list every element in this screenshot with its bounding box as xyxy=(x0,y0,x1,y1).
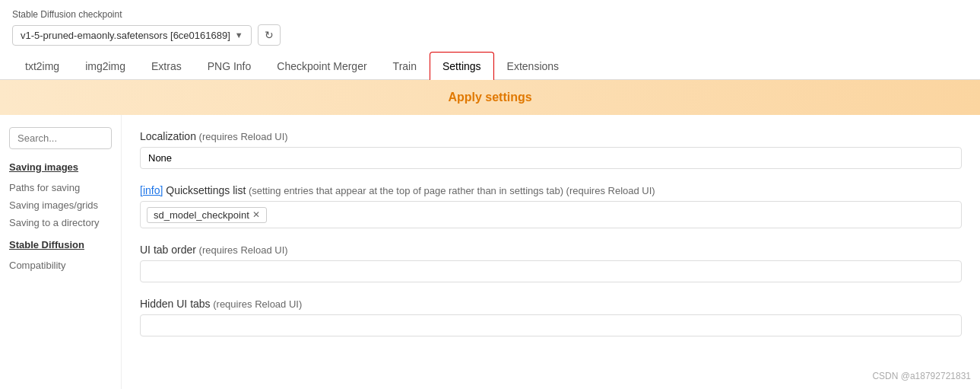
tab-extensions[interactable]: Extensions xyxy=(494,52,572,80)
tab-settings[interactable]: Settings xyxy=(430,52,494,80)
setting-hidden-ui-tabs: Hidden UI tabs (requires Reload UI) xyxy=(140,298,962,336)
sidebar-item-saving-images-grids[interactable]: Saving images/grids xyxy=(9,196,112,214)
main-content: Saving images Paths for saving Saving im… xyxy=(0,115,980,389)
tab-txt2img[interactable]: txt2img xyxy=(12,52,72,80)
quicksettings-label: [info] Quicksettings list (setting entri… xyxy=(140,184,962,196)
watermark: CSDN @a18792721831 xyxy=(872,371,971,381)
sidebar-item-paths-for-saving[interactable]: Paths for saving xyxy=(9,179,112,196)
refresh-button[interactable]: ↻ xyxy=(258,24,281,46)
sidebar-item-saving-to-directory[interactable]: Saving to a directory xyxy=(9,214,112,231)
search-input[interactable] xyxy=(9,127,112,149)
apply-settings-banner[interactable]: Apply settings xyxy=(0,80,980,115)
localization-input[interactable] xyxy=(140,147,962,169)
sidebar-item-compatibility[interactable]: Compatibility xyxy=(9,257,112,274)
sidebar-section-saving-images[interactable]: Saving images xyxy=(9,161,112,173)
sidebar-section-stable-diffusion[interactable]: Stable Diffusion xyxy=(9,239,112,250)
localization-label: Localization (requires Reload UI) xyxy=(140,130,962,142)
checkpoint-row: v1-5-pruned-emaonly.safetensors [6ce0161… xyxy=(12,24,968,46)
ui-tab-order-input[interactable] xyxy=(140,260,962,282)
tab-png-info[interactable]: PNG Info xyxy=(195,52,265,80)
tab-extras[interactable]: Extras xyxy=(138,52,195,80)
setting-localization: Localization (requires Reload UI) xyxy=(140,130,962,169)
chevron-down-icon: ▼ xyxy=(235,30,243,40)
settings-panel: Localization (requires Reload UI) [info]… xyxy=(122,115,980,389)
hidden-ui-tabs-label: Hidden UI tabs (requires Reload UI) xyxy=(140,298,962,310)
sidebar: Saving images Paths for saving Saving im… xyxy=(0,115,122,389)
setting-ui-tab-order: UI tab order (requires Reload UI) xyxy=(140,244,962,282)
quicksettings-tags[interactable]: sd_model_checkpoint ✕ xyxy=(140,201,962,228)
tag-close-icon[interactable]: ✕ xyxy=(252,209,260,220)
tab-checkpoint-merger[interactable]: Checkpoint Merger xyxy=(264,52,379,80)
hidden-ui-tabs-input[interactable] xyxy=(140,314,962,336)
checkpoint-label: Stable Diffusion checkpoint xyxy=(12,9,968,20)
tab-img2img[interactable]: img2img xyxy=(72,52,138,80)
checkpoint-select[interactable]: v1-5-pruned-emaonly.safetensors [6ce0161… xyxy=(12,25,252,46)
ui-tab-order-label: UI tab order (requires Reload UI) xyxy=(140,244,962,256)
tag-label: sd_model_checkpoint xyxy=(154,209,249,221)
tag-sd-model-checkpoint: sd_model_checkpoint ✕ xyxy=(147,207,267,223)
top-bar: Stable Diffusion checkpoint v1-5-pruned-… xyxy=(0,0,980,52)
tab-train[interactable]: Train xyxy=(380,52,430,80)
setting-quicksettings: [info] Quicksettings list (setting entri… xyxy=(140,184,962,228)
checkpoint-value: v1-5-pruned-emaonly.safetensors [6ce0161… xyxy=(21,30,230,41)
nav-tabs: txt2img img2img Extras PNG Info Checkpoi… xyxy=(0,52,980,80)
info-link[interactable]: [info] xyxy=(140,184,163,196)
